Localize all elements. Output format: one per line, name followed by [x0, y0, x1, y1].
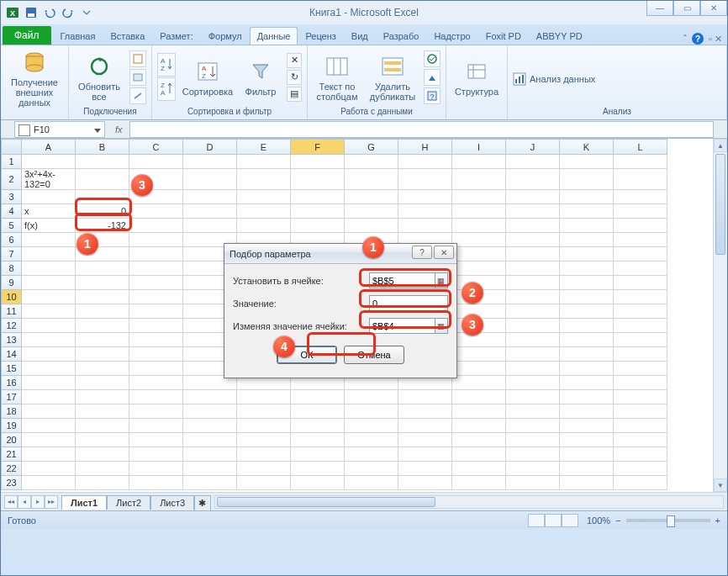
cell-L6[interactable]	[614, 233, 667, 247]
cell-C10[interactable]	[129, 290, 183, 304]
cell-L20[interactable]	[614, 433, 667, 447]
row-header-10[interactable]: 10	[2, 290, 22, 304]
dialog-close-button[interactable]: ✕	[434, 246, 454, 259]
cell-K10[interactable]	[560, 290, 614, 304]
tab-review[interactable]: Реценз	[298, 27, 343, 45]
row-header-12[interactable]: 12	[2, 319, 22, 333]
cell-K19[interactable]	[560, 419, 614, 433]
tab-layout[interactable]: Размет:	[152, 27, 200, 45]
cell-B15[interactable]	[76, 362, 129, 376]
col-header-F[interactable]: F	[291, 140, 345, 155]
cell-K1[interactable]	[560, 155, 614, 169]
row-header-9[interactable]: 9	[2, 276, 22, 290]
row-header-20[interactable]: 20	[2, 433, 22, 447]
dialog-help-button[interactable]: ?	[412, 246, 432, 259]
cell-I7[interactable]	[452, 247, 506, 262]
row-header-17[interactable]: 17	[2, 390, 22, 404]
zoom-slider[interactable]	[626, 519, 710, 522]
cell-L4[interactable]	[614, 204, 667, 219]
cell-K5[interactable]	[560, 219, 614, 233]
cell-G19[interactable]	[345, 419, 398, 433]
cell-I22[interactable]	[452, 462, 506, 476]
col-header-G[interactable]: G	[345, 140, 398, 155]
row-header-3[interactable]: 3	[2, 190, 22, 204]
cell-G18[interactable]	[345, 404, 398, 419]
outline-button[interactable]: Структура	[451, 56, 502, 98]
row-header-11[interactable]: 11	[2, 304, 22, 319]
cell-K8[interactable]	[560, 262, 614, 276]
cell-H3[interactable]	[398, 190, 452, 204]
cell-F17[interactable]	[291, 390, 345, 404]
row-header-23[interactable]: 23	[2, 476, 22, 490]
cell-J7[interactable]	[506, 247, 560, 262]
cell-C4[interactable]	[129, 204, 183, 219]
tab-insert[interactable]: Вставка	[103, 27, 152, 45]
cell-I14[interactable]	[452, 347, 506, 362]
cell-A6[interactable]	[22, 233, 76, 247]
cell-L7[interactable]	[614, 247, 667, 262]
cell-E23[interactable]	[237, 476, 291, 490]
cell-J11[interactable]	[506, 304, 560, 319]
cell-I2[interactable]	[452, 169, 506, 190]
cell-J6[interactable]	[506, 233, 560, 247]
cell-F4[interactable]	[291, 204, 345, 219]
cell-K3[interactable]	[560, 190, 614, 204]
input-set-cell[interactable]	[369, 272, 435, 288]
cell-A12[interactable]	[22, 319, 76, 333]
redo-icon[interactable]	[60, 4, 76, 21]
whatif-icon[interactable]: ?	[424, 87, 440, 104]
cell-I19[interactable]	[452, 419, 506, 433]
cell-A8[interactable]	[22, 262, 76, 276]
tab-view[interactable]: Вид	[344, 27, 376, 45]
view-pagebreak-button[interactable]	[562, 514, 578, 527]
save-icon[interactable]	[23, 4, 40, 21]
cell-B19[interactable]	[76, 419, 129, 433]
cell-K23[interactable]	[560, 476, 614, 490]
cell-B8[interactable]	[76, 262, 129, 276]
text-to-columns-button[interactable]: Текст по столбцам	[313, 51, 361, 103]
cell-A10[interactable]	[22, 290, 76, 304]
cell-J22[interactable]	[506, 462, 560, 476]
cell-H4[interactable]	[398, 204, 452, 219]
cell-C19[interactable]	[129, 419, 183, 433]
col-header-L[interactable]: L	[614, 140, 667, 155]
cell-L16[interactable]	[614, 376, 667, 390]
cell-D17[interactable]	[183, 390, 237, 404]
cell-I1[interactable]	[452, 155, 506, 169]
tab-formulas[interactable]: Формул	[201, 27, 250, 45]
cell-L5[interactable]	[614, 219, 667, 233]
cell-K22[interactable]	[560, 462, 614, 476]
col-header-B[interactable]: B	[76, 140, 129, 155]
cell-E18[interactable]	[237, 404, 291, 419]
cell-G4[interactable]	[345, 204, 398, 219]
ref-picker-changing-cell[interactable]: ▦	[435, 318, 448, 334]
cell-G2[interactable]	[345, 169, 398, 190]
formula-bar[interactable]	[129, 121, 714, 138]
cell-L17[interactable]	[614, 390, 667, 404]
col-header-D[interactable]: D	[183, 140, 237, 155]
cell-C7[interactable]	[129, 247, 183, 262]
cell-F3[interactable]	[291, 190, 345, 204]
ref-picker-set-cell[interactable]: ▦	[435, 272, 448, 288]
cell-H5[interactable]	[398, 219, 452, 233]
cell-I20[interactable]	[452, 433, 506, 447]
cell-L9[interactable]	[614, 276, 667, 290]
cell-L14[interactable]	[614, 347, 667, 362]
cell-K18[interactable]	[560, 404, 614, 419]
cell-H22[interactable]	[398, 462, 452, 476]
cell-H23[interactable]	[398, 476, 452, 490]
cell-C13[interactable]	[129, 333, 183, 347]
hscroll-thumb[interactable]	[217, 497, 435, 507]
tab-home[interactable]: Главная	[53, 27, 103, 45]
cell-L23[interactable]	[614, 476, 667, 490]
vertical-scrollbar[interactable]: ▲ ▼	[713, 139, 727, 492]
cell-H17[interactable]	[398, 390, 452, 404]
col-header-I[interactable]: I	[452, 140, 506, 155]
file-tab[interactable]: Файл	[3, 26, 51, 45]
cell-B18[interactable]	[76, 404, 129, 419]
cell-B9[interactable]	[76, 276, 129, 290]
cell-C11[interactable]	[129, 304, 183, 319]
cell-A4[interactable]: x	[22, 204, 76, 219]
cell-A5[interactable]: f(x)	[22, 219, 76, 233]
cell-A21[interactable]	[22, 447, 76, 462]
